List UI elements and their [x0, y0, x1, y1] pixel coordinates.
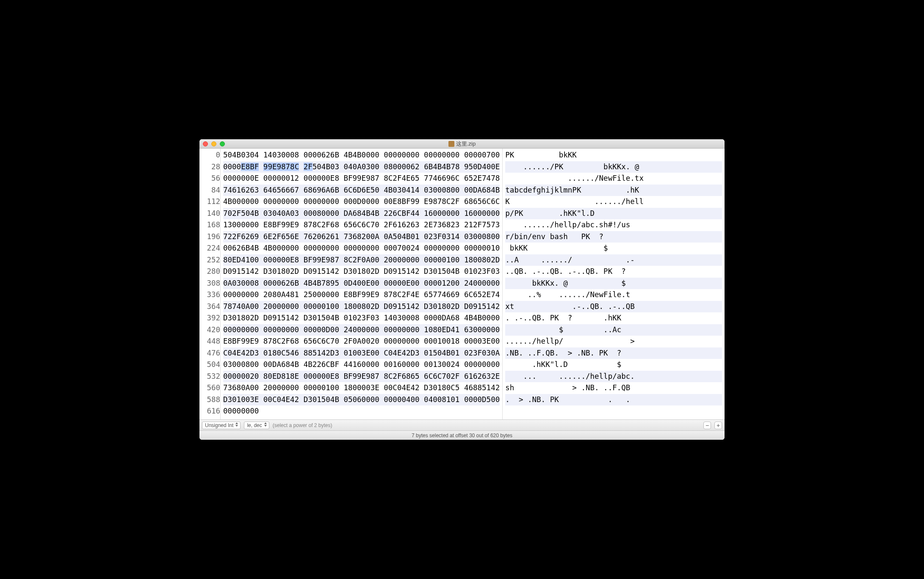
ascii-row[interactable]: xt .-..QB. .-..QB — [505, 301, 722, 313]
content-area: 0285684112140168196224252280308336364392… — [199, 149, 725, 419]
hex-row[interactable]: 80ED4100 000000E8 BF99E987 8C2F0A00 2000… — [223, 254, 500, 266]
hex-row[interactable]: 00000000 2080A481 25000000 E8BF99E9 878C… — [223, 289, 500, 301]
ascii-row[interactable]: K ....../hell — [505, 196, 722, 208]
hex-pane[interactable]: 504B0304 14030008 0000626B 4B4B0000 0000… — [221, 149, 503, 419]
offset-cell: 56 — [199, 173, 220, 185]
ascii-row[interactable]: .NB. ..F.QB. > .NB. PK ? — [505, 347, 722, 359]
hex-row[interactable]: 78740A00 20000000 00000100 1800802D D091… — [223, 301, 500, 313]
hex-row[interactable]: 722F6269 6E2F656E 76206261 7368200A 0A50… — [223, 231, 500, 243]
ascii-row[interactable]: bkKKx. @ $ — [505, 278, 722, 290]
endian-select[interactable]: le, dec — [244, 422, 269, 429]
ascii-row[interactable]: PK bkKK — [505, 149, 722, 161]
titlebar[interactable]: 这里.zip — [199, 139, 725, 149]
maximize-button[interactable] — [220, 141, 225, 146]
hex-row[interactable]: 702F504B 03040A03 00080000 DA684B4B 226C… — [223, 208, 500, 220]
offset-cell: 168 — [199, 219, 220, 231]
offset-column: 0285684112140168196224252280308336364392… — [199, 149, 221, 419]
ascii-row[interactable]: tabcdefghijklmnPK .hK — [505, 185, 722, 196]
hex-row[interactable]: D0915142 D301802D D0915142 D301802D D091… — [223, 266, 500, 278]
offset-cell: 0 — [199, 149, 220, 161]
plus-button[interactable]: + — [714, 422, 722, 429]
hex-row[interactable]: 504B0304 14030008 0000626B 4B4B0000 0000… — [223, 149, 500, 161]
hex-row[interactable]: C04E42D3 0180C546 885142D3 01003E00 C04E… — [223, 347, 500, 359]
hex-row[interactable]: E8BF99E9 878C2F68 656C6C70 2F0A0020 0000… — [223, 336, 500, 347]
offset-cell: 280 — [199, 266, 220, 278]
hex-row[interactable]: 13000000 E8BF99E9 878C2F68 656C6C70 2F61… — [223, 219, 500, 231]
hex-row[interactable]: 03000800 00DA684B 4B226CBF 44160000 0016… — [223, 359, 500, 371]
status-bar: 7 bytes selected at offset 30 out of 620… — [199, 430, 725, 440]
ascii-row[interactable]: ... ....../hellp/abc. — [505, 371, 722, 383]
window-title-text: 这里.zip — [456, 140, 476, 148]
ascii-row[interactable] — [505, 405, 722, 417]
hex-row[interactable]: 74616263 64656667 68696A6B 6C6D6E50 4B03… — [223, 185, 500, 196]
minimize-button[interactable] — [211, 141, 216, 146]
minus-button[interactable]: − — [703, 422, 711, 429]
hex-row[interactable]: 0000E8BF 99E9878C 2F504B03 040A0300 0800… — [223, 161, 500, 173]
offset-cell: 308 — [199, 278, 220, 290]
traffic-lights — [203, 141, 225, 146]
ascii-row[interactable]: ..% ....../NewFile.t — [505, 289, 722, 301]
hex-row[interactable]: 00000020 80ED818E 000000E8 BF99E987 8C2F… — [223, 371, 500, 383]
offset-cell: 224 — [199, 243, 220, 254]
offset-cell: 616 — [199, 405, 220, 417]
status-text: 7 bytes selected at offset 30 out of 620… — [412, 433, 512, 438]
hex-row[interactable]: 4B000000 00000000 00000000 000D0000 00E8… — [223, 196, 500, 208]
ascii-row[interactable]: ..A ....../ .- — [505, 254, 722, 266]
offset-cell: 392 — [199, 312, 220, 324]
offset-cell: 140 — [199, 208, 220, 220]
document-icon — [448, 141, 454, 147]
hex-row[interactable]: 00626B4B 4B000000 00000000 00000000 0007… — [223, 243, 500, 254]
window-title: 这里.zip — [199, 140, 725, 148]
offset-cell: 336 — [199, 289, 220, 301]
offset-cell: 364 — [199, 301, 220, 313]
ascii-row[interactable]: r/bin/env bash PK ? — [505, 231, 722, 243]
offset-cell: 28 — [199, 161, 220, 173]
offset-cell: 84 — [199, 185, 220, 196]
offset-cell: 252 — [199, 254, 220, 266]
ascii-row[interactable]: ....../hellp/ > — [505, 336, 722, 347]
ascii-row[interactable]: ....../PK bkKKx. @ — [505, 161, 722, 173]
ascii-row[interactable]: ....../NewFile.tx — [505, 173, 722, 185]
offset-cell: 588 — [199, 394, 220, 406]
ascii-pane[interactable]: PK bkKK ....../PK bkKKx. @ ....../NewFil… — [503, 149, 725, 419]
offset-cell: 560 — [199, 382, 220, 394]
hex-row[interactable]: 0A030008 0000626B 4B4B7895 0D400E00 0000… — [223, 278, 500, 290]
ascii-row[interactable]: .hKK"l.D $ — [505, 359, 722, 371]
hex-row[interactable]: 0000000E 00000012 000000E8 BF99E987 8C2F… — [223, 173, 500, 185]
ascii-row[interactable]: ....../hellp/abc.sh#!/us — [505, 219, 722, 231]
ascii-row[interactable]: bkKK $ — [505, 243, 722, 254]
hex-row[interactable]: 00000000 — [223, 405, 500, 417]
hex-editor-window: 这里.zip 028568411214016819622425228030833… — [199, 139, 725, 440]
ascii-row[interactable]: $ ..Ac — [505, 324, 722, 336]
ascii-row[interactable]: p/PK .hKK"l.D — [505, 208, 722, 220]
ascii-row[interactable]: . .-..QB. PK ? .hKK — [505, 312, 722, 324]
offset-cell: 196 — [199, 231, 220, 243]
offset-cell: 112 — [199, 196, 220, 208]
offset-cell: 504 — [199, 359, 220, 371]
offset-cell: 448 — [199, 336, 220, 347]
inspector-toolbar: Unsigned Int le, dec (select a power of … — [199, 419, 725, 430]
offset-cell: 476 — [199, 347, 220, 359]
offset-cell: 532 — [199, 371, 220, 383]
type-select[interactable]: Unsigned Int — [202, 422, 241, 429]
offset-cell: 420 — [199, 324, 220, 336]
hex-row[interactable]: D301003E 00C04E42 D301504B 05060000 0000… — [223, 394, 500, 406]
hex-row[interactable]: 00000000 00000000 00000D00 24000000 0000… — [223, 324, 500, 336]
hex-row[interactable]: 73680A00 20000000 00000100 1800003E 00C0… — [223, 382, 500, 394]
hex-row[interactable]: D301802D D0915142 D301504B 01023F03 1403… — [223, 312, 500, 324]
ascii-row[interactable]: ..QB. .-..QB. .-..QB. PK ? — [505, 266, 722, 278]
ascii-row[interactable]: sh > .NB. ..F.QB — [505, 382, 722, 394]
close-button[interactable] — [203, 141, 208, 146]
ascii-row[interactable]: . > .NB. PK . . — [505, 394, 722, 406]
inspector-hint: (select a power of 2 bytes) — [273, 422, 332, 428]
